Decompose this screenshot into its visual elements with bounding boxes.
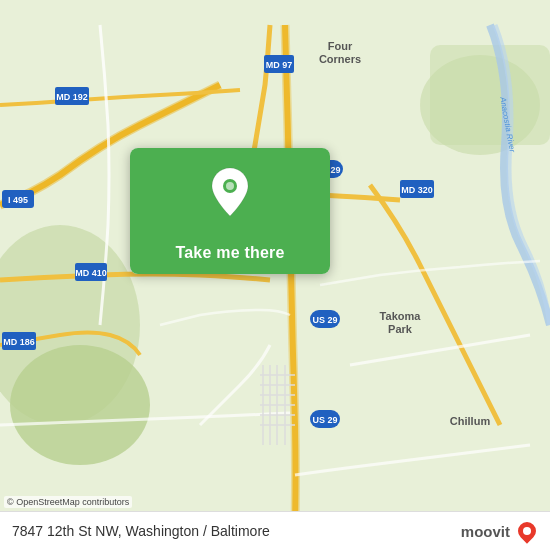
osm-attribution: © OpenStreetMap contributors: [4, 496, 132, 508]
svg-point-2: [10, 345, 150, 465]
map-container[interactable]: I 495 MD 192 MD 97 MD 390 US 29 MD 320 M…: [0, 0, 550, 550]
location-pin-icon: [208, 166, 252, 218]
svg-text:MD 320: MD 320: [401, 185, 433, 195]
popup-icon-area: [130, 148, 330, 232]
svg-text:Four: Four: [328, 40, 353, 52]
moovit-logo: moovit: [461, 520, 538, 542]
svg-text:Park: Park: [388, 323, 413, 335]
svg-text:Chillum: Chillum: [450, 415, 491, 427]
svg-text:I 495: I 495: [8, 195, 28, 205]
svg-text:Corners: Corners: [319, 53, 361, 65]
moovit-logo-text: moovit: [461, 523, 510, 540]
take-me-there-button[interactable]: Take me there: [130, 232, 330, 274]
popup-card: Take me there: [130, 148, 330, 274]
map-roads: I 495 MD 192 MD 97 MD 390 US 29 MD 320 M…: [0, 0, 550, 550]
svg-point-32: [226, 182, 234, 190]
svg-text:MD 186: MD 186: [3, 337, 35, 347]
svg-text:MD 410: MD 410: [75, 268, 107, 278]
svg-text:MD 97: MD 97: [266, 60, 293, 70]
svg-text:Takoma: Takoma: [380, 310, 422, 322]
svg-text:US 29: US 29: [312, 415, 337, 425]
bottom-bar: 7847 12th St NW, Washington / Baltimore …: [0, 511, 550, 550]
address-text: 7847 12th St NW, Washington / Baltimore: [12, 523, 270, 539]
svg-rect-4: [430, 45, 550, 145]
svg-text:US 29: US 29: [312, 315, 337, 325]
svg-text:MD 192: MD 192: [56, 92, 88, 102]
